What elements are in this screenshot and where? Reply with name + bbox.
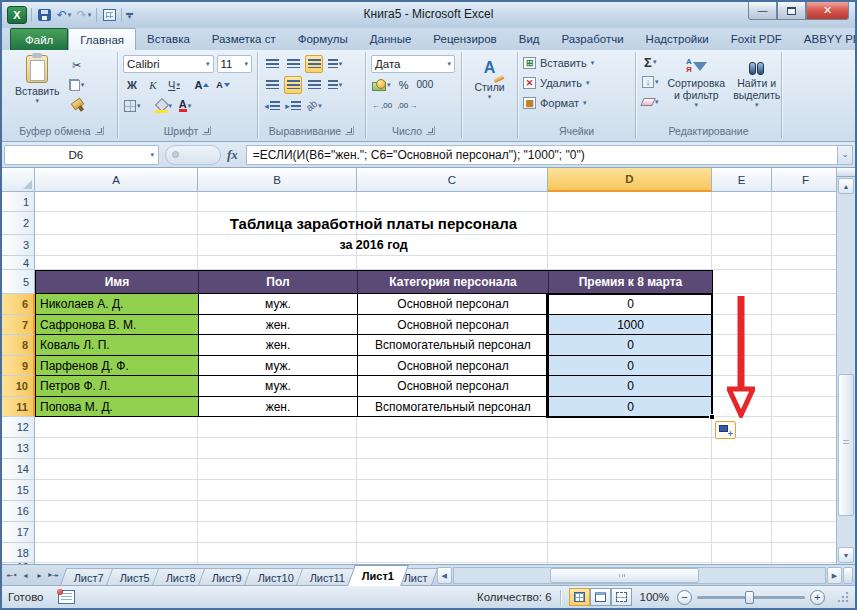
align-right-button[interactable] bbox=[305, 76, 323, 94]
row-header-6[interactable]: 6 bbox=[2, 294, 35, 315]
underline-button[interactable]: Ч▾ bbox=[165, 76, 183, 94]
row-header-17[interactable]: 17 bbox=[2, 522, 35, 543]
ribbon-tab-данные[interactable]: Данные bbox=[359, 28, 423, 50]
orientation-button[interactable]: ab▾ bbox=[305, 97, 323, 115]
copy-button[interactable]: ▾ bbox=[68, 76, 86, 94]
last-sheet-button[interactable]: ▸⯮ bbox=[47, 568, 60, 583]
cell[interactable]: Николаев А. Д. bbox=[36, 294, 199, 315]
cell[interactable]: Петров Ф. Л. bbox=[36, 376, 199, 397]
cell[interactable]: 1000 bbox=[549, 315, 713, 335]
bold-button[interactable]: Ж bbox=[123, 76, 141, 94]
italic-button[interactable]: К bbox=[144, 76, 162, 94]
column-header-e[interactable]: E bbox=[712, 168, 772, 192]
table-header-cell[interactable]: Пол bbox=[199, 270, 358, 294]
sheet-tab-лист1[interactable]: Лист1 bbox=[347, 565, 409, 586]
scroll-left-button[interactable]: ◀ bbox=[437, 567, 452, 584]
ribbon-tab-вставка[interactable]: Вставка bbox=[136, 28, 201, 50]
zoom-level[interactable]: 100% bbox=[640, 591, 669, 603]
row-header-3[interactable]: 3 bbox=[2, 235, 35, 256]
cell[interactable]: Сафронова В. М. bbox=[36, 315, 199, 335]
cell[interactable]: 0 bbox=[549, 356, 713, 376]
ribbon-tab-файл[interactable]: Файл bbox=[10, 28, 68, 50]
first-sheet-button[interactable]: ⯬◂ bbox=[5, 568, 18, 583]
align-left-button[interactable] bbox=[263, 76, 281, 94]
cell[interactable]: муж. bbox=[199, 356, 358, 376]
select-all-button[interactable] bbox=[2, 168, 35, 192]
row-header-8[interactable]: 8 bbox=[2, 335, 35, 356]
column-header-b[interactable]: B bbox=[198, 168, 357, 192]
row-header-2[interactable]: 2 bbox=[2, 212, 35, 235]
shrink-font-button[interactable]: А bbox=[214, 76, 232, 94]
row-header-14[interactable]: 14 bbox=[2, 459, 35, 480]
fill-button[interactable]: ↓▾ bbox=[641, 73, 660, 91]
number-format-combo[interactable]: Дата▾ bbox=[371, 55, 455, 73]
font-name-combo[interactable]: Calibri▾ bbox=[123, 55, 214, 73]
zoom-in-button[interactable]: + bbox=[810, 590, 825, 605]
ribbon-tab-foxit-pdf[interactable]: Foxit PDF bbox=[720, 28, 793, 50]
column-header-d[interactable]: D bbox=[548, 168, 712, 192]
cell[interactable]: Основной персонал bbox=[358, 376, 549, 397]
ribbon-tab-abbyy-pdf-1[interactable]: ABBYY PDF 1 bbox=[793, 28, 857, 50]
column-header-f[interactable]: F bbox=[772, 168, 836, 192]
cell[interactable]: Попова М. Д. bbox=[36, 397, 199, 417]
cell[interactable]: 0 bbox=[549, 376, 713, 397]
cell[interactable]: муж. bbox=[199, 376, 358, 397]
align-top-button[interactable] bbox=[263, 55, 281, 73]
fill-color-button[interactable]: ▾ bbox=[154, 97, 174, 115]
scroll-down-button[interactable]: ▼ bbox=[838, 547, 854, 563]
cell[interactable]: 0 bbox=[549, 397, 713, 417]
insert-cells-button[interactable]: ⊞Вставить▾ bbox=[523, 53, 630, 73]
align-middle-button[interactable] bbox=[284, 55, 302, 73]
dialog-launcher-icon[interactable] bbox=[426, 126, 435, 135]
cell[interactable]: Коваль Л. П. bbox=[36, 335, 199, 356]
format-cells-button[interactable]: ▦Формат▾ bbox=[523, 93, 630, 113]
decrease-indent-button[interactable]: ◂ bbox=[263, 97, 281, 115]
align-center-button[interactable] bbox=[284, 76, 302, 94]
cell[interactable]: Основной персонал bbox=[358, 315, 549, 335]
row-header-7[interactable]: 7 bbox=[2, 315, 35, 335]
row-header-4[interactable]: 4 bbox=[2, 256, 35, 270]
row-header-12[interactable]: 12 bbox=[2, 417, 35, 438]
find-select-button[interactable]: Найти и выделить ▾ bbox=[729, 53, 784, 121]
split-handle[interactable] bbox=[837, 168, 855, 177]
autofill-options-button[interactable] bbox=[715, 421, 736, 439]
cell[interactable]: муж. bbox=[199, 294, 358, 315]
name-box[interactable]: D6 ▾ bbox=[4, 145, 159, 165]
scroll-right-button[interactable]: ▶ bbox=[827, 567, 842, 584]
percent-button[interactable]: % bbox=[395, 76, 413, 94]
zoom-track[interactable] bbox=[697, 596, 805, 599]
scroll-up-button[interactable]: ▲ bbox=[838, 178, 854, 194]
decrease-decimal-button[interactable]: ,00→ bbox=[396, 97, 418, 115]
column-header-c[interactable]: C bbox=[357, 168, 548, 192]
cell[interactable]: Основной персонал bbox=[358, 294, 549, 315]
prev-sheet-button[interactable]: ◂ bbox=[19, 568, 32, 583]
page-break-view-button[interactable] bbox=[611, 588, 632, 606]
increase-indent-button[interactable]: ▸ bbox=[284, 97, 302, 115]
zoom-out-button[interactable]: − bbox=[677, 590, 692, 605]
comma-style-button[interactable]: 000 bbox=[416, 76, 435, 94]
table-header-cell[interactable]: Категория персонала bbox=[358, 270, 549, 294]
paste-button[interactable]: Вставить ▾ bbox=[11, 53, 64, 121]
row-header-16[interactable]: 16 bbox=[2, 501, 35, 522]
row-header-10[interactable]: 10 bbox=[2, 376, 35, 397]
format-painter-button[interactable] bbox=[68, 96, 86, 114]
horizontal-scroll-thumb[interactable] bbox=[550, 568, 699, 583]
cell[interactable]: 0 bbox=[549, 335, 713, 356]
ribbon-tab-разметка-ст[interactable]: Разметка ст bbox=[201, 28, 287, 50]
accounting-format-button[interactable]: ▾ bbox=[371, 76, 392, 94]
zoom-thumb[interactable] bbox=[745, 591, 754, 604]
insert-function-button[interactable]: fx bbox=[225, 147, 246, 163]
cell[interactable]: жен. bbox=[199, 315, 358, 335]
cells-area[interactable]: Таблица заработной платы персонала за 20… bbox=[35, 192, 836, 564]
normal-view-button[interactable] bbox=[569, 588, 590, 606]
cell[interactable]: 0 bbox=[549, 294, 713, 315]
fill-handle[interactable] bbox=[709, 414, 715, 420]
align-bottom-button[interactable] bbox=[305, 55, 323, 73]
grow-font-button[interactable]: А bbox=[193, 76, 211, 94]
cell[interactable]: жен. bbox=[199, 397, 358, 417]
page-layout-view-button[interactable] bbox=[590, 588, 611, 606]
formula-input[interactable]: =ЕСЛИ(И(B6="жен."; C6="Основной персонал… bbox=[246, 145, 837, 165]
tab-split-handle[interactable] bbox=[843, 567, 853, 584]
vertical-scrollbar[interactable]: ▲ ▼ bbox=[836, 168, 855, 564]
dialog-launcher-icon[interactable] bbox=[345, 126, 354, 135]
